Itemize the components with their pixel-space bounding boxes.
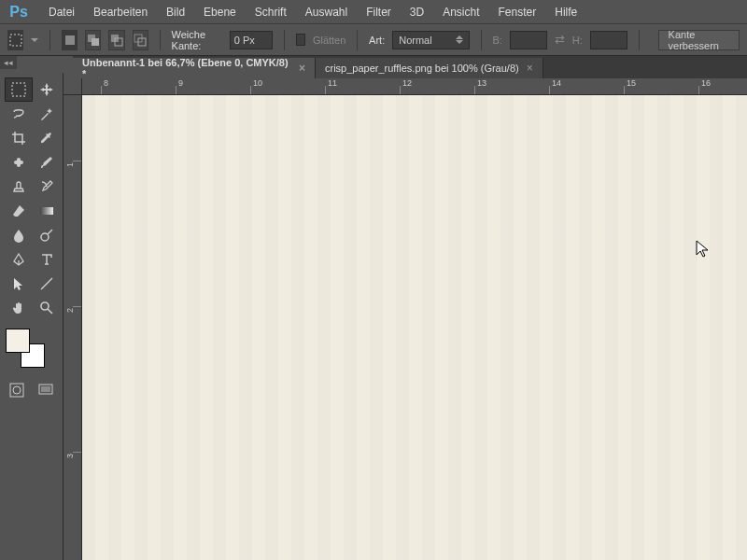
blur-tool[interactable] [6,224,32,246]
antialias-checkbox [296,34,305,46]
svg-rect-14 [10,384,23,397]
mode-value: Normal [399,35,431,46]
svg-rect-1 [65,35,75,45]
tab-label: Unbenannt-1 bei 66,7% (Ebene 0, CMYK/8) … [82,57,291,79]
document-tab-bar: Unbenannt-1 bei 66,7% (Ebene 0, CMYK/8) … [73,56,747,78]
menu-layer[interactable]: Ebene [194,2,246,22]
zoom-tool[interactable] [34,297,60,319]
ruler-origin[interactable] [63,78,82,95]
menu-filter[interactable]: Filter [357,2,401,22]
canvas[interactable] [82,95,747,560]
close-icon[interactable]: × [299,62,305,75]
work-area: 8910111213141516 123 [63,78,747,560]
menu-file[interactable]: Datei [39,2,84,22]
menu-view[interactable]: Ansicht [433,2,488,22]
quick-mask-icon[interactable] [6,379,29,401]
line-tool[interactable] [34,273,60,295]
selection-intersect-icon[interactable] [133,30,148,50]
document-tab[interactable]: Unbenannt-1 bei 66,7% (Ebene 0, CMYK/8) … [73,58,316,78]
tools-panel [0,73,63,560]
menu-3d[interactable]: 3D [401,2,433,22]
chevron-down-icon[interactable] [31,38,38,42]
lasso-tool[interactable] [6,103,32,125]
path-selection-tool[interactable] [6,273,32,295]
hand-tool[interactable] [6,297,32,319]
screen-mode-icon[interactable] [35,379,58,401]
gradient-tool[interactable] [34,200,60,222]
healing-brush-tool[interactable] [6,151,32,174]
mode-select[interactable]: Normal [392,31,469,49]
menu-edit[interactable]: Bearbeiten [84,2,157,22]
eyedropper-tool[interactable] [34,127,60,149]
dodge-tool[interactable] [34,224,60,246]
app-logo-icon: Ps [7,3,30,21]
color-swatches[interactable] [6,329,45,368]
svg-point-15 [13,386,21,394]
menu-window[interactable]: Fenster [489,2,546,22]
ruler-vertical[interactable]: 123 [63,95,82,560]
marquee-tool[interactable] [6,78,32,101]
brush-tool[interactable] [34,151,60,174]
options-bar: Weiche Kante: Glätten Art: Normal B: ⇄ H… [0,24,747,56]
move-tool[interactable] [34,78,60,101]
marquee-preset-icon[interactable] [7,30,23,50]
close-icon[interactable]: × [527,62,533,75]
eraser-tool[interactable] [6,200,32,222]
panel-collapse-icon[interactable]: ◂◂ [0,56,17,69]
svg-rect-11 [40,207,53,215]
svg-rect-17 [41,386,50,392]
feather-label: Weiche Kante: [172,29,222,51]
selection-add-icon[interactable] [85,30,101,50]
swap-dimensions-icon: ⇄ [555,33,565,47]
mode-label: Art: [369,35,385,46]
ruler-horizontal[interactable]: 8910111213141516 [82,78,747,95]
selection-new-icon[interactable] [62,30,78,50]
type-tool[interactable] [34,248,60,271]
width-label: B: [492,35,501,46]
crop-tool[interactable] [6,127,32,149]
refine-edge-button[interactable]: Kante verbessern [658,30,740,50]
svg-rect-3 [92,38,99,46]
foreground-color-swatch[interactable] [6,329,30,353]
feather-input[interactable] [230,31,273,49]
svg-point-12 [41,233,49,241]
menu-select[interactable]: Auswahl [296,2,357,22]
pen-tool[interactable] [6,248,32,271]
svg-rect-10 [17,158,21,167]
height-input [590,31,627,49]
document-tab[interactable]: crisp_paper_ruffles.png bei 100% (Grau/8… [316,58,543,78]
tab-label: crisp_paper_ruffles.png bei 100% (Grau/8… [325,63,519,74]
clone-stamp-tool[interactable] [6,175,32,198]
width-input [510,31,547,49]
svg-rect-0 [10,35,21,46]
antialias-label: Glätten [313,35,345,46]
selection-subtract-icon[interactable] [108,30,124,50]
menu-help[interactable]: Hilfe [545,2,586,22]
svg-point-13 [41,302,49,310]
menu-type[interactable]: Schrift [246,2,296,22]
menu-image[interactable]: Bild [157,2,194,22]
magic-wand-tool[interactable] [34,103,60,125]
history-brush-tool[interactable] [34,175,60,198]
svg-rect-8 [12,83,25,96]
height-label: H: [572,35,583,46]
menu-bar: Ps Datei Bearbeiten Bild Ebene Schrift A… [0,0,747,24]
